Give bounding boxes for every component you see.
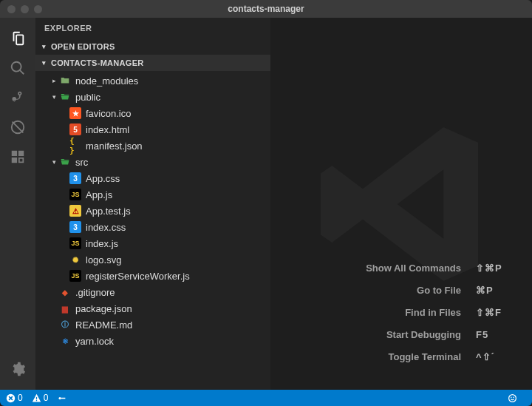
welcome-row: Show All Commands ⇧⌘P bbox=[366, 257, 511, 279]
welcome-row: Start Debugging F5 bbox=[366, 323, 511, 345]
welcome-label: Find in Files bbox=[405, 307, 461, 318]
yarn-icon: ⚛ bbox=[59, 335, 71, 347]
tree-file[interactable]: ⚠ App.test.js bbox=[35, 203, 270, 219]
tree-file[interactable]: { } manifest.json bbox=[35, 138, 270, 154]
file-label: manifest.json bbox=[86, 141, 143, 152]
favicon-icon: ★ bbox=[69, 107, 81, 119]
tree-file[interactable]: 3 App.css bbox=[35, 170, 270, 186]
status-bar: 0 0 bbox=[0, 390, 532, 406]
status-warnings[interactable]: 0 bbox=[32, 393, 49, 403]
welcome-shortcut: ^⇧´ bbox=[476, 351, 511, 362]
explorer-sidebar: EXPLORER ▾ OPEN EDITORS ▾ CONTACTS-MANAG… bbox=[35, 18, 270, 390]
extensions-icon[interactable] bbox=[0, 142, 35, 172]
error-count: 0 bbox=[18, 393, 23, 403]
file-label: package.json bbox=[75, 303, 132, 314]
js-icon: JS bbox=[69, 237, 81, 249]
tree-file[interactable]: ✺ logo.svg bbox=[35, 251, 270, 268]
tree-file[interactable]: ▆ package.json bbox=[35, 300, 270, 317]
title-bar: contacts-manager bbox=[0, 0, 532, 18]
svg-rect-4 bbox=[36, 399, 37, 400]
tree-file[interactable]: ★ favicon.ico bbox=[35, 105, 270, 121]
explorer-icon[interactable] bbox=[0, 24, 35, 53]
maximize-window-icon[interactable] bbox=[34, 5, 42, 13]
svg-line-1 bbox=[13, 122, 24, 133]
file-label: App.js bbox=[86, 189, 112, 200]
file-label: App.test.js bbox=[86, 206, 131, 217]
file-label: registerServiceWorker.js bbox=[86, 271, 190, 282]
debug-icon[interactable] bbox=[0, 112, 35, 142]
tree-file[interactable]: ⚛ yarn.lock bbox=[35, 333, 270, 349]
status-sync[interactable] bbox=[57, 393, 66, 403]
search-icon[interactable] bbox=[0, 53, 35, 83]
js-icon: JS bbox=[69, 189, 81, 200]
file-label: node_modules bbox=[75, 75, 138, 87]
smiley-icon bbox=[508, 393, 517, 403]
welcome-label: Start Debugging bbox=[386, 329, 461, 340]
project-name-label: CONTACTS-MANAGER bbox=[51, 58, 144, 67]
tree-folder-src[interactable]: ▾ src bbox=[35, 154, 270, 170]
source-control-icon[interactable] bbox=[0, 83, 35, 112]
file-label: README.md bbox=[75, 319, 132, 331]
minimize-window-icon[interactable] bbox=[21, 5, 29, 13]
json-icon: { } bbox=[69, 140, 81, 152]
file-label: logo.svg bbox=[86, 254, 121, 265]
js-icon: JS bbox=[69, 270, 81, 282]
tree-file[interactable]: JS index.js bbox=[35, 235, 270, 251]
tree-folder-node-modules[interactable]: ▸ node_modules bbox=[35, 72, 270, 89]
info-icon: ⓘ bbox=[59, 319, 71, 331]
test-icon: ⚠ bbox=[69, 205, 81, 217]
svg-point-6 bbox=[509, 394, 516, 402]
welcome-shortcut: ⇧⌘P bbox=[476, 263, 511, 274]
welcome-shortcut: F5 bbox=[476, 329, 511, 340]
tree-file[interactable]: JS registerServiceWorker.js bbox=[35, 268, 270, 284]
tree-file[interactable]: JS App.js bbox=[35, 186, 270, 203]
svg-point-8 bbox=[513, 396, 514, 398]
folder-icon bbox=[59, 75, 71, 87]
welcome-row: Go to File ⌘P bbox=[366, 279, 511, 301]
tree-file[interactable]: 3 index.css bbox=[35, 219, 270, 235]
file-label: favicon.ico bbox=[86, 108, 131, 119]
tree-file[interactable]: ◆ .gitignore bbox=[35, 284, 270, 300]
file-label: index.js bbox=[86, 238, 118, 249]
file-label: index.html bbox=[86, 124, 129, 135]
file-tree: ▸ node_modules ▾ public ★ favicon.ico 5 … bbox=[35, 71, 270, 349]
welcome-shortcut: ⌘P bbox=[476, 285, 511, 296]
chevron-down-icon: ▾ bbox=[40, 59, 49, 67]
window-controls[interactable] bbox=[7, 5, 42, 13]
error-icon bbox=[6, 393, 16, 403]
warning-icon bbox=[32, 393, 41, 403]
welcome-shortcut: ⇧⌘F bbox=[476, 307, 511, 318]
editor-area: Show All Commands ⇧⌘P Go to File ⌘P Find… bbox=[270, 18, 532, 390]
html-icon: 5 bbox=[69, 124, 81, 135]
open-editors-header[interactable]: ▾ OPEN EDITORS bbox=[35, 38, 270, 55]
window-title: contacts-manager bbox=[0, 4, 532, 14]
status-errors[interactable]: 0 bbox=[6, 393, 23, 403]
tree-file[interactable]: 5 index.html bbox=[35, 121, 270, 138]
svg-icon: ✺ bbox=[69, 254, 81, 265]
folder-open-icon bbox=[59, 91, 71, 103]
svg-rect-3 bbox=[36, 396, 37, 399]
tree-file[interactable]: ⓘ README.md bbox=[35, 317, 270, 333]
welcome-row: Find in Files ⇧⌘F bbox=[366, 301, 511, 323]
file-label: index.css bbox=[86, 222, 126, 233]
welcome-row: Toggle Terminal ^⇧´ bbox=[366, 345, 511, 368]
welcome-label: Toggle Terminal bbox=[389, 351, 461, 362]
file-label: public bbox=[75, 92, 100, 103]
git-icon: ◆ bbox=[59, 286, 71, 298]
chevron-down-icon: ▾ bbox=[50, 158, 58, 166]
project-header[interactable]: ▾ CONTACTS-MANAGER bbox=[35, 55, 270, 71]
welcome-label: Show All Commands bbox=[366, 263, 461, 274]
chevron-down-icon: ▾ bbox=[40, 43, 49, 50]
css-icon: 3 bbox=[69, 221, 81, 233]
sync-icon bbox=[57, 393, 66, 403]
svg-point-5 bbox=[59, 396, 61, 399]
tree-folder-public[interactable]: ▾ public bbox=[35, 89, 270, 105]
settings-gear-icon[interactable] bbox=[0, 354, 35, 384]
svg-point-7 bbox=[511, 396, 512, 398]
file-label: yarn.lock bbox=[75, 336, 114, 347]
close-window-icon[interactable] bbox=[7, 5, 16, 13]
status-feedback[interactable] bbox=[508, 393, 517, 403]
file-label: .gitignore bbox=[75, 287, 115, 298]
activity-bar bbox=[0, 18, 35, 390]
chevron-right-icon: ▸ bbox=[50, 77, 58, 84]
